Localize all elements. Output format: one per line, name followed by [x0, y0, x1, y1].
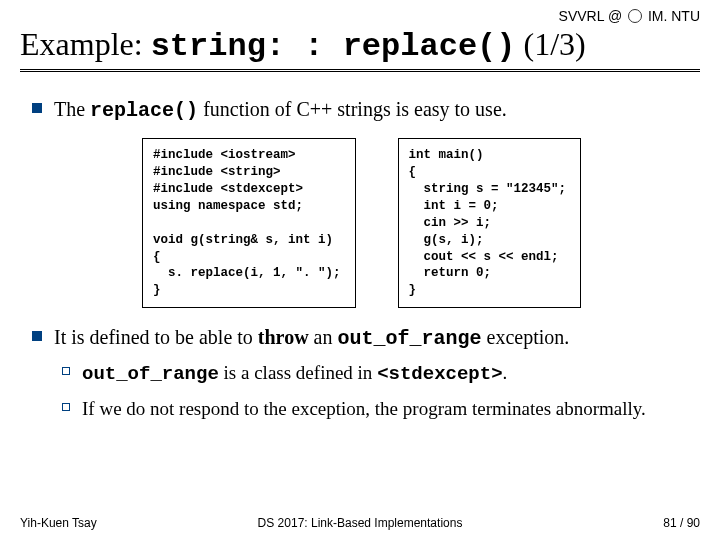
org-right: IM. NTU — [648, 8, 700, 24]
footer-right: 81 / 90 — [663, 516, 700, 530]
logo-icon — [628, 9, 642, 23]
sub-bullet-1: out_of_range is a class defined in <stde… — [62, 360, 700, 388]
b2-postpre: an — [309, 326, 338, 348]
bullet-1-text: The replace() function of C++ strings is… — [54, 96, 507, 124]
header-meta: SVVRL @ IM. NTU — [20, 8, 700, 24]
b1-code: replace() — [90, 99, 198, 122]
footer-left: Yih-Kuen Tsay — [20, 516, 97, 530]
sub-1-text: out_of_range is a class defined in <stde… — [82, 360, 507, 388]
title-prefix: Example: — [20, 26, 151, 62]
footer-center: DS 2017: Link-Based Implementations — [258, 516, 463, 530]
s1-code1: out_of_range — [82, 363, 219, 385]
square-bullet-icon — [32, 331, 42, 341]
sub-2-text: If we do not respond to the exception, t… — [82, 396, 646, 422]
b2-postafter: exception. — [482, 326, 570, 348]
b1-post: function of C++ strings is easy to use. — [198, 98, 507, 120]
square-outline-bullet-icon — [62, 403, 70, 411]
title-suffix: (1/3) — [515, 26, 585, 62]
bullet-2-text: It is defined to be able to throw an out… — [54, 324, 569, 352]
sub-bullet-2: If we do not respond to the exception, t… — [62, 396, 700, 422]
bullet-2: It is defined to be able to throw an out… — [32, 324, 700, 421]
code-boxes: #include <iostream> #include <string> #i… — [142, 138, 700, 308]
bullet-1: The replace() function of C++ strings is… — [32, 96, 700, 308]
square-bullet-icon — [32, 103, 42, 113]
s1-end: . — [503, 362, 508, 383]
b2-code: out_of_range — [337, 327, 481, 350]
code-right: int main() { string s = "12345"; int i =… — [398, 138, 582, 308]
b1-pre: The — [54, 98, 90, 120]
title-code: string: : replace() — [151, 28, 516, 65]
org-left: SVVRL — [559, 8, 604, 24]
s1-mid: is a class defined in — [219, 362, 377, 383]
sub-bullets: out_of_range is a class defined in <stde… — [32, 360, 700, 421]
bullet-list: The replace() function of C++ strings is… — [20, 96, 700, 421]
b2-bold: throw — [258, 326, 309, 348]
slide-title: Example: string: : replace() (1/3) — [20, 26, 700, 72]
b2-pre: It is defined to be able to — [54, 326, 258, 348]
at-symbol: @ — [608, 8, 622, 24]
footer: Yih-Kuen Tsay DS 2017: Link-Based Implem… — [0, 516, 720, 530]
code-left: #include <iostream> #include <string> #i… — [142, 138, 356, 308]
square-outline-bullet-icon — [62, 367, 70, 375]
s1-code2: <stdexcept> — [377, 363, 502, 385]
